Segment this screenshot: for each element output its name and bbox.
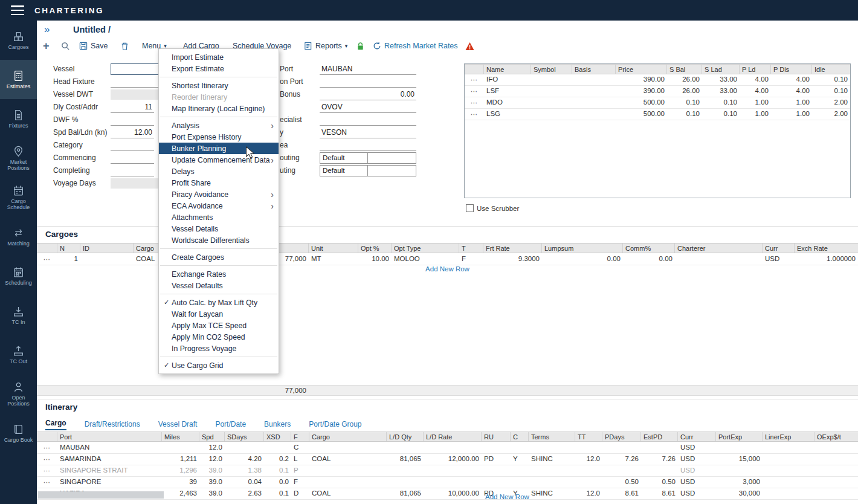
menu-item-port-expense-history[interactable]: Port Expense History: [159, 131, 279, 143]
menu-item-delays[interactable]: Delays: [159, 166, 279, 177]
menu-item-attachments[interactable]: Attachments: [159, 212, 279, 223]
menu-item-apply-max-tce-speed[interactable]: Apply Max TCE Speed: [159, 320, 279, 331]
row-menu-icon[interactable]: ⋯: [465, 74, 484, 85]
voyage-type-input[interactable]: OVOV: [320, 102, 416, 113]
menu-item-auto-calc-by-max-lift-qty[interactable]: ✓Auto Calc. by Max Lift Qty: [159, 297, 279, 308]
sidebar-item-estimates[interactable]: Estimates: [0, 60, 37, 99]
menu-item-vessel-defaults[interactable]: Vessel Defaults: [159, 280, 279, 291]
port-input[interactable]: MAUBAN: [320, 63, 416, 75]
sidebar-item-matching[interactable]: Matching: [0, 217, 37, 256]
menu-item-import-estimate[interactable]: Import Estimate: [159, 51, 279, 63]
add-estimate-button[interactable]: +: [43, 37, 50, 54]
sidebar-item-cargo-book[interactable]: Cargo Book: [0, 413, 37, 453]
cell: F: [459, 254, 483, 265]
refresh-market-rates-button[interactable]: Refresh Market Rates: [373, 37, 458, 54]
dly-cost-addr-input[interactable]: 11: [111, 102, 154, 113]
sidebar-item-label: TC In: [11, 319, 25, 325]
field-label: Voyage Days: [53, 179, 109, 187]
dwf-percent-input[interactable]: [111, 114, 154, 126]
sidebar-item-cargo-schedule[interactable]: Cargo Schedule: [0, 178, 37, 217]
row-menu-icon[interactable]: ⋯: [465, 86, 484, 97]
routing-extra-cell[interactable]: [368, 152, 416, 164]
sidebar-item-market-positions[interactable]: Market Positions: [0, 138, 37, 178]
row-menu-icon[interactable]: ⋯: [37, 442, 57, 453]
tab-port-date[interactable]: Port/Date: [215, 420, 246, 430]
menu-item-label: Use Cargo Grid: [172, 361, 275, 370]
form-input[interactable]: [320, 76, 416, 88]
row-menu-icon[interactable]: ⋯: [37, 454, 57, 465]
commencing-input[interactable]: [111, 152, 154, 164]
sidebar-item-cargoes[interactable]: Cargoes: [0, 21, 37, 60]
collapse-panel-icon[interactable]: »: [44, 24, 50, 36]
menu-item-piracy-avoidance[interactable]: Piracy Avoidance›: [159, 189, 279, 200]
row-menu-icon[interactable]: ⋯: [37, 465, 57, 476]
table-row: ⋯IFO390.0026.0033.004.004.000.10: [465, 74, 850, 86]
reports-button[interactable]: Reports▾: [304, 37, 347, 54]
routing-extra-cell[interactable]: [368, 165, 416, 176]
spd-bal-ldn-input[interactable]: 12.00: [111, 127, 154, 138]
sidebar-item-fixtures[interactable]: Fixtures: [0, 99, 37, 138]
cell: 0.1: [264, 465, 291, 476]
menu-item-create-cargoes[interactable]: Create Cargoes: [159, 251, 279, 263]
menu-item-eca-avoidance[interactable]: ECA Avoidance›: [159, 200, 279, 212]
menu-item-use-cargo-grid[interactable]: ✓Use Cargo Grid: [159, 360, 279, 371]
row-menu-icon[interactable]: ⋯: [37, 254, 57, 265]
add-new-row-link[interactable]: Add New Row: [485, 493, 529, 500]
menu-item-update-commencement-data[interactable]: Update Commencement Data›: [159, 154, 279, 166]
cell: 0.1: [264, 488, 291, 499]
use-scrubber-checkbox[interactable]: [466, 204, 474, 212]
menu-item-label: Worldscale Differentials: [172, 236, 275, 245]
tab-bunkers[interactable]: Bunkers: [264, 420, 291, 430]
cell: 0.04: [225, 477, 264, 488]
sidebar-item-open-positions[interactable]: Open Positions: [0, 374, 37, 413]
form-input[interactable]: [320, 140, 416, 151]
cell: 4.00: [771, 74, 812, 85]
row-menu-icon[interactable]: ⋯: [465, 109, 484, 120]
tab-vessel-draft[interactable]: Vessel Draft: [158, 420, 198, 430]
bonus-input[interactable]: 0.00: [320, 89, 416, 100]
cell: [309, 442, 387, 453]
tab-cargo[interactable]: Cargo: [45, 419, 66, 430]
sidebar-item-scheduling[interactable]: Scheduling: [0, 256, 37, 296]
menu-item-in-progress-voyage[interactable]: In Progress Voyage: [159, 343, 279, 354]
routing-select[interactable]: Default: [320, 165, 368, 176]
category-input[interactable]: [111, 140, 154, 151]
save-button[interactable]: Save: [79, 37, 108, 54]
tab-port-date-group[interactable]: Port/Date Group: [309, 420, 361, 430]
horizontal-scrollbar-thumb[interactable]: [38, 491, 164, 499]
tab-draft-restrictions[interactable]: Draft/Restrictions: [85, 420, 140, 430]
menu-item-export-estimate[interactable]: Export Estimate: [159, 63, 279, 74]
company-input[interactable]: VESON: [320, 127, 416, 138]
completing-input[interactable]: [111, 165, 154, 176]
validation-warning-button[interactable]: [465, 37, 475, 54]
add-new-row-link[interactable]: Add New Row: [425, 265, 469, 273]
search-button[interactable]: [61, 37, 70, 54]
sidebar-item-label: TC Out: [10, 358, 27, 364]
menu-item-wait-for-laycan[interactable]: Wait for Laycan: [159, 308, 279, 320]
row-menu-icon[interactable]: ⋯: [465, 97, 484, 108]
menu-item-exchange-rates[interactable]: Exchange Rates: [159, 268, 279, 280]
sidebar-item-tc-in[interactable]: TC In: [0, 296, 37, 335]
menu-item-profit-share[interactable]: Profit Share: [159, 177, 279, 189]
menu-item-map-itinerary-local-engine[interactable]: Map Itinerary (Local Engine): [159, 103, 279, 114]
delete-button[interactable]: [120, 37, 129, 54]
row-menu-icon[interactable]: ⋯: [37, 477, 57, 488]
hamburger-menu-icon[interactable]: [11, 5, 24, 15]
field-label: DWF %: [53, 115, 109, 124]
cell: USD: [678, 488, 716, 499]
form-input[interactable]: [320, 114, 416, 126]
sidebar-item-tc-out[interactable]: TC Out: [0, 335, 37, 374]
lock-button[interactable]: [356, 37, 365, 54]
menu-item-apply-min-co2-speed[interactable]: Apply Min CO2 Speed: [159, 331, 279, 343]
form-row: on Port: [280, 76, 416, 88]
menu-item-bunker-planning[interactable]: Bunker Planning: [159, 143, 279, 154]
menu-item-shortest-itinerary[interactable]: Shortest Itinerary: [159, 80, 279, 91]
cell: 4.00: [771, 86, 812, 97]
routing-select[interactable]: Default: [320, 152, 368, 164]
menu-item-analysis[interactable]: Analysis›: [159, 120, 279, 131]
menu-item-vessel-details[interactable]: Vessel Details: [159, 223, 279, 234]
menu-item-worldscale-differentials[interactable]: Worldscale Differentials: [159, 234, 279, 246]
cell: COAL: [309, 454, 387, 465]
menu-item-label: Wait for Laycan: [172, 310, 275, 318]
cell: 1.000000: [795, 254, 858, 265]
